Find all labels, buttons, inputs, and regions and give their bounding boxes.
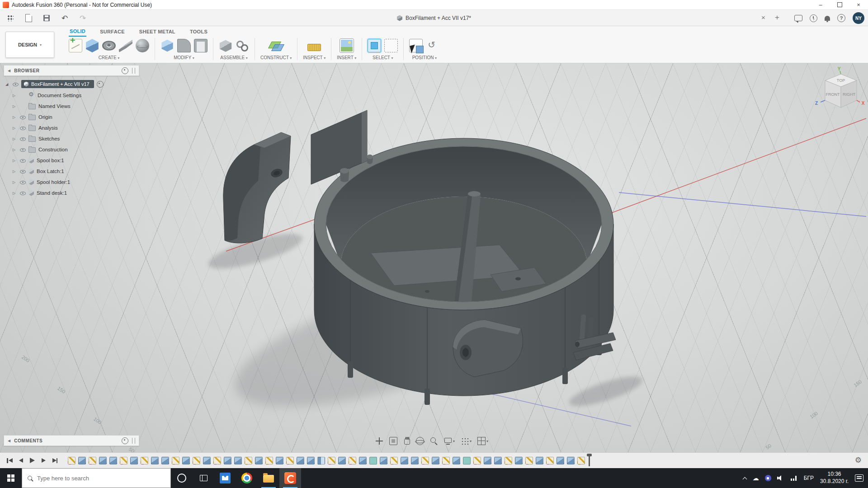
document-tab[interactable]: BoxFilament + Acc VII v17* <box>397 10 471 26</box>
expand-arrow-icon[interactable]: ▷ <box>13 94 17 98</box>
timeline-position-marker[interactable] <box>589 455 590 466</box>
tab-surface[interactable]: SURFACE <box>99 27 126 36</box>
taskbar-search[interactable] <box>22 468 171 488</box>
browser-item-spool-box-1[interactable]: ▷Spool box:1 <box>4 155 139 166</box>
feedback-bubble-icon[interactable] <box>794 15 802 21</box>
job-status-icon[interactable] <box>810 14 817 22</box>
visibility-eye-icon[interactable] <box>13 81 19 87</box>
timeline-feature-feature[interactable] <box>224 457 231 465</box>
file-explorer-app-button[interactable] <box>258 468 279 488</box>
timeline-feature-feature[interactable] <box>380 457 387 465</box>
expand-arrow-icon[interactable]: ▷ <box>13 180 17 184</box>
timeline-sketch-feature[interactable] <box>265 457 273 465</box>
fusion-360-app-button[interactable] <box>279 468 301 488</box>
fillet-icon[interactable] <box>177 39 191 52</box>
timeline-sketch-feature[interactable] <box>546 457 554 465</box>
new-component-icon[interactable] <box>219 39 232 52</box>
tab-sheet-metal[interactable]: SHEET METAL <box>138 27 176 36</box>
visibility-eye-icon[interactable] <box>20 158 26 164</box>
browser-item-origin[interactable]: ▷Origin <box>4 112 139 122</box>
expand-arrow-icon[interactable]: ▷ <box>13 126 17 130</box>
browser-item-document-settings[interactable]: ▷Document Settings <box>4 90 139 101</box>
search-input[interactable] <box>36 474 165 482</box>
browser-item-named-views[interactable]: ▷Named Views <box>4 101 139 112</box>
timeline-feature-feature[interactable] <box>494 457 502 465</box>
browser-item-spool-holder-1[interactable]: ▷Spool holder:1 <box>4 177 139 188</box>
language-indicator[interactable]: БГР <box>804 475 814 481</box>
chrome-app-button[interactable] <box>236 468 258 488</box>
timeline-feature-feature[interactable] <box>401 457 408 465</box>
panel-options-icon[interactable] <box>122 67 128 74</box>
timeline-sketch-feature[interactable] <box>245 457 252 465</box>
expand-arrow-icon[interactable]: ▷ <box>13 191 17 195</box>
timeline-sketch-feature[interactable] <box>141 457 148 465</box>
maximize-button[interactable] <box>830 0 849 10</box>
timeline-feature-feature[interactable] <box>411 457 419 465</box>
panel-options-icon[interactable] <box>122 437 128 444</box>
task-view-button[interactable] <box>193 468 214 488</box>
undo-icon[interactable]: ↶ <box>59 12 71 24</box>
timeline-sketch-feature[interactable] <box>68 457 75 465</box>
app-grid-icon[interactable] <box>5 12 16 24</box>
timeline-feature-feature[interactable] <box>78 457 86 465</box>
select-paint-icon[interactable] <box>384 39 398 52</box>
orbit-icon[interactable] <box>416 437 424 445</box>
timeline-sketch-feature[interactable] <box>349 457 356 465</box>
group-dropdown-insert[interactable]: INSERT ▾ <box>337 55 356 60</box>
tab-solid[interactable]: SOLID <box>69 27 86 37</box>
taskbar-clock[interactable]: 10:36 30.8.2020 г. <box>820 471 849 485</box>
network-icon[interactable] <box>790 475 797 481</box>
grid-settings-icon[interactable]: ▾ <box>461 437 472 445</box>
3d-viewport[interactable]: 200 150 100 50 150 100 50 TOP FRONT RIGH… <box>0 63 868 452</box>
timeline-feature-feature[interactable] <box>567 457 575 465</box>
timeline-sketch-feature[interactable] <box>525 457 533 465</box>
volume-icon[interactable] <box>777 475 784 481</box>
browser-item-stand-desk-1[interactable]: ▷Stand desk:1 <box>4 188 139 198</box>
start-button[interactable] <box>0 468 22 488</box>
display-settings-icon[interactable]: ▾ <box>444 437 455 445</box>
construction-plane-icon[interactable] <box>269 39 283 52</box>
group-dropdown-assemble[interactable]: ASSEMBLE ▾ <box>220 55 247 60</box>
expand-arrow-icon[interactable]: ▷ <box>13 159 17 163</box>
visibility-eye-icon[interactable] <box>20 147 26 153</box>
select-window-icon[interactable] <box>368 39 381 52</box>
timeline-sketch-feature[interactable] <box>213 457 221 465</box>
timeline-feature-feature[interactable] <box>297 457 304 465</box>
visibility-eye-icon[interactable] <box>20 169 26 174</box>
timeline-feature-feature[interactable] <box>109 457 117 465</box>
timeline-feature-feature[interactable] <box>203 457 211 465</box>
expand-arrow-icon[interactable]: ▷ <box>13 148 17 152</box>
expand-arrow-icon[interactable]: ◢ <box>5 82 10 86</box>
new-tab-icon[interactable]: + <box>775 13 779 22</box>
timeline-plane-feature[interactable] <box>463 457 471 465</box>
sweep-icon[interactable] <box>119 39 132 52</box>
visibility-eye-icon[interactable] <box>20 136 26 142</box>
timeline-feature-feature[interactable] <box>151 457 159 465</box>
teams-icon[interactable] <box>765 475 771 481</box>
timeline-feature-feature[interactable] <box>432 457 439 465</box>
press-pull-icon[interactable] <box>160 39 174 52</box>
timeline-plane-feature[interactable] <box>369 457 377 465</box>
group-dropdown-inspect[interactable]: INSPECT ▾ <box>303 55 326 60</box>
timeline-sketch-feature[interactable] <box>390 457 398 465</box>
fit-icon[interactable] <box>389 437 397 445</box>
action-center-icon[interactable] <box>855 474 863 482</box>
revolve-icon[interactable] <box>102 41 116 51</box>
panel-grip[interactable] <box>132 438 135 444</box>
visibility-eye-icon[interactable] <box>20 179 26 185</box>
measure-icon[interactable] <box>307 44 321 51</box>
coil-icon[interactable] <box>136 39 149 52</box>
close-tab-icon[interactable]: × <box>761 14 765 21</box>
visibility-eye-icon[interactable] <box>20 190 26 196</box>
timeline-sketch-feature[interactable] <box>505 457 512 465</box>
timeline-feature-feature[interactable] <box>515 457 523 465</box>
revert-position-icon[interactable] <box>426 39 439 52</box>
timeline-feature-feature[interactable] <box>255 457 263 465</box>
save-icon[interactable] <box>41 12 52 24</box>
timeline-feature-feature[interactable] <box>130 457 138 465</box>
root-component-badge[interactable]: BoxFilament + Acc VII v17 <box>21 80 94 88</box>
go-to-start-button[interactable] <box>5 457 14 464</box>
timeline-feature-feature[interactable] <box>161 457 169 465</box>
timeline-feature-feature[interactable] <box>99 457 107 465</box>
chevron-up-icon[interactable] <box>743 476 747 480</box>
